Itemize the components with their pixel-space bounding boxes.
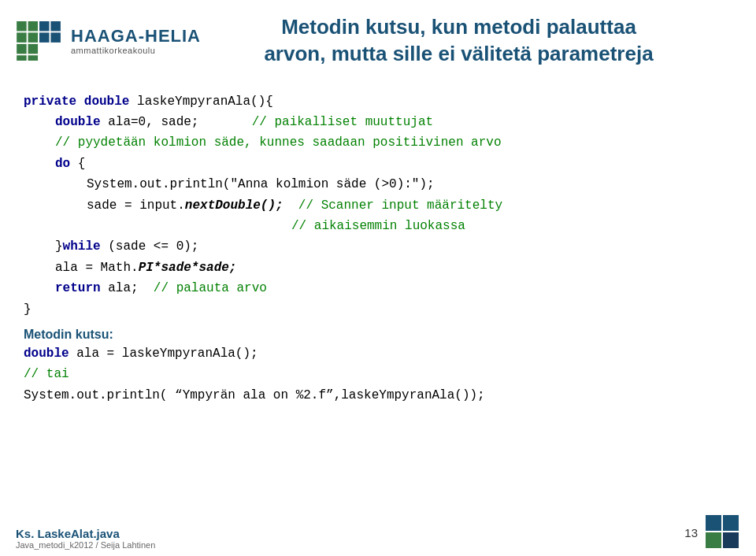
svg-rect-10 <box>17 55 27 61</box>
code-line-6: sade = input.nextDouble(); // Scanner in… <box>24 195 732 216</box>
bottom-line-2: // tai <box>24 364 732 384</box>
header: HAAGA-HELIA ammattikorkeakoulu Metodin k… <box>0 0 756 76</box>
main-content: private double laskeYmpyranAla(){ double… <box>0 76 756 320</box>
footer-left: Ks. LaskeAlat.java Java_metodi_k2012 / S… <box>16 527 155 550</box>
code-line-7: // aikaisemmin luokassa <box>24 216 732 236</box>
logo-title: HAAGA-HELIA <box>71 27 201 46</box>
code-line-2: double ala=0, sade; // paikalliset muutt… <box>24 112 732 132</box>
svg-rect-5 <box>28 32 39 43</box>
footer-ks-label: Ks. LaskeAlat.java <box>16 527 155 540</box>
svg-rect-4 <box>17 32 27 43</box>
bottom-line-1: double ala = laskeYmpyranAla(); <box>24 343 732 364</box>
logo-text: HAAGA-HELIA ammattikorkeakoulu <box>71 27 201 55</box>
logo-subtitle: ammattikorkeakoulu <box>71 46 201 55</box>
footer: Ks. LaskeAlat.java Java_metodi_k2012 / S… <box>0 509 756 556</box>
code-line-9: ala = Math.PI*sade*sade; <box>24 258 732 278</box>
page-number: 13 <box>684 526 698 539</box>
metodin-kutsu-label: Metodin kutsu: <box>24 328 732 342</box>
footer-decoration-squares <box>706 515 740 550</box>
code-line-1: private double laskeYmpyranAla(){ <box>24 91 732 112</box>
svg-rect-7 <box>50 32 61 43</box>
svg-rect-2 <box>39 21 50 32</box>
logo-area: HAAGA-HELIA ammattikorkeakoulu <box>16 21 201 61</box>
svg-rect-0 <box>17 21 27 32</box>
svg-rect-6 <box>39 32 50 43</box>
code-line-11: } <box>24 299 732 320</box>
footer-right: 13 <box>684 515 740 550</box>
svg-rect-8 <box>17 44 27 54</box>
title-text: Metodin kutsu, kun metodi palauttaa arvo… <box>201 14 717 68</box>
bottom-line-3: System.out.println( “Ympyrän ala on %2.f… <box>24 385 732 406</box>
haaga-helia-logo-icon <box>16 21 63 61</box>
svg-rect-9 <box>28 44 39 54</box>
code-line-5: System.out.println("Anna kolmion säde (>… <box>24 174 732 195</box>
bottom-area: Metodin kutsu: double ala = laskeYmpyran… <box>0 320 756 406</box>
svg-rect-12 <box>706 515 721 531</box>
slide-title: Metodin kutsu, kun metodi palauttaa arvo… <box>201 14 732 68</box>
bottom-code-block: double ala = laskeYmpyranAla(); // tai S… <box>24 343 732 406</box>
svg-rect-13 <box>723 515 739 531</box>
svg-rect-3 <box>50 21 61 32</box>
code-line-8: }while (sade <= 0); <box>24 236 732 257</box>
svg-rect-11 <box>28 55 39 61</box>
code-line-4: do { <box>24 154 732 174</box>
svg-rect-15 <box>723 532 739 548</box>
code-line-3: // pyydetään kolmion säde, kunnes saadaa… <box>24 132 732 153</box>
svg-rect-14 <box>706 532 721 548</box>
code-block: private double laskeYmpyranAla(){ double… <box>24 91 732 320</box>
code-line-10: return ala; // palauta arvo <box>24 278 732 298</box>
svg-rect-1 <box>28 21 39 32</box>
footer-author: Java_metodi_k2012 / Seija Lahtinen <box>16 540 155 550</box>
